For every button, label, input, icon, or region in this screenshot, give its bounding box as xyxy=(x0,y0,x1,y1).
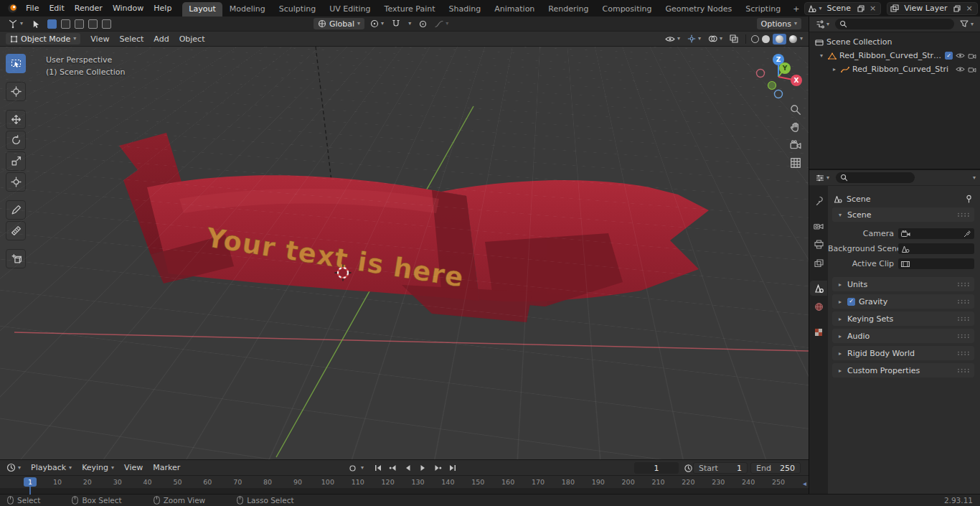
scene-selector[interactable]: ▾ Scene × xyxy=(804,2,881,15)
viewport-menu-view[interactable]: View xyxy=(85,33,114,45)
remove-view-layer-button[interactable]: × xyxy=(964,4,974,13)
select-mode-invert-button[interactable] xyxy=(88,19,98,29)
zoom-view-icon[interactable] xyxy=(788,102,803,117)
gravity-checkbox[interactable]: ✓ xyxy=(847,298,855,306)
shading-solid-button[interactable] xyxy=(762,35,770,43)
panel-audio[interactable]: ▸Audio xyxy=(832,329,974,343)
navigation-gizmo[interactable]: Z Y X xyxy=(746,47,809,107)
overlays-dropdown[interactable]: ▾ xyxy=(706,33,725,44)
workspace-tab-sculpting[interactable]: Sculpting xyxy=(273,2,322,17)
expand-triangle-icon[interactable]: ▸ xyxy=(831,66,838,72)
frame-start-field[interactable]: Start 1 xyxy=(693,462,748,474)
menu-file[interactable]: File xyxy=(21,2,44,14)
snap-settings-dropdown[interactable]: ▾ xyxy=(406,18,413,29)
jump-to-end-button[interactable] xyxy=(446,462,460,474)
play-button[interactable] xyxy=(416,462,430,474)
tool-cursor[interactable] xyxy=(6,82,26,101)
add-workspace-button[interactable]: + xyxy=(788,2,804,17)
jump-next-keyframe-button[interactable] xyxy=(431,462,445,474)
panel-scene[interactable]: ▾ Scene xyxy=(832,207,974,222)
new-view-layer-button[interactable] xyxy=(952,5,962,12)
options-dropdown[interactable]: Options ▾ xyxy=(757,18,801,29)
tool-annotate[interactable] xyxy=(6,200,26,220)
shading-rendered-button[interactable] xyxy=(789,35,797,43)
workspace-tab-shading[interactable]: Shading xyxy=(443,2,488,17)
disable-render-camera-icon[interactable] xyxy=(968,52,976,59)
timeline-menu-marker[interactable]: Marker xyxy=(148,462,185,474)
viewport-canvas[interactable]: Your text is here User Perspective (1) S… xyxy=(0,47,809,459)
viewport-menu-add[interactable]: Add xyxy=(149,33,174,45)
field-camera[interactable] xyxy=(898,228,974,239)
timeline-menu-playback[interactable]: Playback▾ xyxy=(26,462,77,474)
jump-to-start-button[interactable] xyxy=(371,462,385,474)
gizmos-dropdown[interactable]: ▾ xyxy=(685,33,703,44)
select-mode-subtract-button[interactable] xyxy=(75,19,84,29)
select-mode-set-button[interactable] xyxy=(47,19,57,29)
panel-gravity[interactable]: ▸✓Gravity xyxy=(832,294,974,309)
tab-texture-properties[interactable] xyxy=(810,324,827,339)
timeline-editor-type-selector[interactable]: ▾ xyxy=(4,462,23,474)
outliner-search-input[interactable] xyxy=(835,19,954,29)
viewport-menu-object[interactable]: Object xyxy=(174,33,210,45)
workspace-tab-texture-paint[interactable]: Texture Paint xyxy=(378,2,442,17)
menu-help[interactable]: Help xyxy=(149,2,176,14)
auto-keying-button[interactable] xyxy=(346,462,359,474)
panel-rigid-body-world[interactable]: ▸Rigid Body World xyxy=(832,346,974,360)
hide-eye-icon[interactable] xyxy=(956,66,965,72)
tab-render-properties[interactable] xyxy=(810,218,827,233)
show-objects-dropdown[interactable]: ▾ xyxy=(663,33,682,44)
panel-units[interactable]: ▸Units xyxy=(832,277,974,291)
tool-transform[interactable] xyxy=(6,172,26,192)
tab-output-properties[interactable] xyxy=(810,237,827,252)
keying-dropdown[interactable]: ▾ xyxy=(361,465,364,471)
shading-material-preview-button[interactable] xyxy=(773,34,786,44)
frame-end-field[interactable]: End 250 xyxy=(750,462,801,474)
tool-measure[interactable] xyxy=(6,221,26,240)
tab-world-properties[interactable] xyxy=(810,299,827,314)
pivot-point-dropdown[interactable]: ▾ xyxy=(368,18,386,29)
tab-scene-properties[interactable] xyxy=(810,281,827,296)
workspace-tab-uv-editing[interactable]: UV Editing xyxy=(323,2,377,17)
menu-window[interactable]: Window xyxy=(108,2,149,14)
panel-keying-sets[interactable]: ▸Keying Sets xyxy=(832,311,974,326)
properties-search-input[interactable] xyxy=(836,172,915,183)
workspace-tab-rendering[interactable]: Rendering xyxy=(542,2,595,17)
orientation-dropdown[interactable]: Global ▾ xyxy=(314,18,364,29)
expand-triangle-icon[interactable]: ▾ xyxy=(818,52,825,59)
properties-editor-type-selector[interactable]: ▾ xyxy=(814,172,831,184)
workspace-tab-animation[interactable]: Animation xyxy=(488,2,541,17)
select-mode-extend-button[interactable] xyxy=(61,19,70,29)
camera-view-icon[interactable] xyxy=(788,137,803,152)
region-expand-icon[interactable]: ◂ xyxy=(803,479,806,487)
unlink-scene-button[interactable]: × xyxy=(868,4,877,13)
proportional-falloff-dropdown[interactable]: ▾ xyxy=(433,18,451,29)
properties-options-dropdown[interactable]: ▾ xyxy=(973,175,976,181)
workspace-tab-compositing[interactable]: Compositing xyxy=(596,2,659,17)
gizmo-neg-x[interactable] xyxy=(757,70,765,78)
snap-toggle-button[interactable] xyxy=(390,18,402,29)
menu-render[interactable]: Render xyxy=(70,2,108,14)
pin-icon[interactable] xyxy=(965,195,973,203)
field-active-clip[interactable] xyxy=(898,258,974,269)
workspace-tab-layout[interactable]: Layout xyxy=(182,2,222,17)
shading-wireframe-button[interactable] xyxy=(751,35,759,43)
new-scene-button[interactable] xyxy=(856,5,866,12)
playhead-marker[interactable]: 1 xyxy=(24,477,37,487)
workspace-tab-geometry-nodes[interactable]: Geometry Nodes xyxy=(659,2,738,17)
outliner-filter-dropdown[interactable]: ▾ xyxy=(958,19,976,30)
tool-box-select[interactable] xyxy=(6,54,26,73)
viewport-menu-select[interactable]: Select xyxy=(114,33,149,45)
mode-dropdown[interactable]: Object Mode ▾ xyxy=(6,33,80,44)
shading-dropdown[interactable]: ▾ xyxy=(800,36,803,42)
editor-type-selector[interactable]: ▾ xyxy=(6,18,25,29)
pan-view-icon[interactable] xyxy=(788,119,803,134)
toggle-ortho-icon[interactable] xyxy=(788,155,803,170)
tool-rotate[interactable] xyxy=(6,131,26,150)
current-frame-field[interactable]: 1 xyxy=(634,462,679,474)
workspace-tab-modeling[interactable]: Modeling xyxy=(223,2,272,17)
timeline-menu-view[interactable]: View xyxy=(119,462,148,474)
tool-move[interactable] xyxy=(6,110,26,129)
tab-view-layer-properties[interactable] xyxy=(810,256,827,271)
tool-add-primitive[interactable] xyxy=(6,249,26,268)
blender-logo-icon[interactable] xyxy=(7,3,18,14)
